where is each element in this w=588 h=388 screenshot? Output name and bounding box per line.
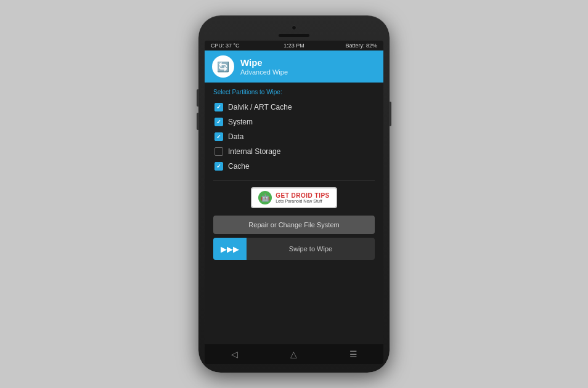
watermark-subtitle: Lets Paranoid New Stuff	[276, 199, 330, 203]
battery-status: Battery: 82%	[322, 42, 377, 49]
phone-top-bar	[205, 24, 383, 41]
partition-name-internal-storage: Internal Storage	[228, 147, 280, 156]
partition-item-system[interactable]: System	[213, 115, 375, 129]
status-bar: CPU: 37 °C 1:23 PM Battery: 82%	[205, 41, 383, 51]
power-button	[389, 102, 391, 126]
checkbox-system[interactable]	[214, 118, 223, 126]
partition-list: Dalvik / ART Cache System Data Internal …	[213, 100, 375, 173]
arrow-icons: ▶▶▶	[221, 245, 239, 254]
phone-frame: CPU: 37 °C 1:23 PM Battery: 82% 🔄 Wipe A…	[198, 15, 390, 373]
app-header: 🔄 Wipe Advanced Wipe	[205, 51, 383, 83]
checkbox-internal-storage[interactable]	[214, 147, 223, 156]
watermark-badge: 🤖 GET DROID TIPS Lets Paranoid New Stuff	[251, 187, 337, 208]
phone-screen: CPU: 37 °C 1:23 PM Battery: 82% 🔄 Wipe A…	[205, 41, 383, 364]
app-title: Wipe	[240, 57, 288, 68]
app-header-text: Wipe Advanced Wipe	[240, 57, 288, 76]
checkbox-data[interactable]	[214, 132, 223, 141]
recents-button[interactable]: ☰	[349, 349, 357, 359]
app-subtitle: Advanced Wipe	[240, 68, 288, 76]
repair-button[interactable]: Repair or Change File System	[213, 216, 375, 234]
divider	[213, 180, 375, 181]
volume-down-button	[197, 113, 199, 130]
back-button[interactable]: ◁	[231, 349, 238, 359]
partition-name-cache: Cache	[228, 162, 250, 171]
partition-item-data[interactable]: Data	[213, 130, 375, 143]
buttons-area: Repair or Change File System ▶▶▶ Swipe t…	[213, 216, 375, 260]
partition-name-dalvik: Dalvik / ART Cache	[228, 103, 292, 111]
checkbox-cache[interactable]	[214, 162, 223, 171]
watermark-text: GET DROID TIPS Lets Paranoid New Stuff	[276, 192, 330, 203]
earpiece-speaker	[279, 34, 309, 37]
partition-item-dalvik[interactable]: Dalvik / ART Cache	[213, 100, 375, 114]
partition-name-data: Data	[228, 132, 243, 141]
watermark-area: 🤖 GET DROID TIPS Lets Paranoid New Stuff	[213, 184, 375, 212]
home-button[interactable]: △	[290, 349, 297, 359]
front-camera	[292, 25, 296, 30]
screen-content: Select Partitions to Wipe: Dalvik / ART …	[205, 83, 383, 344]
watermark-title: GET DROID TIPS	[276, 192, 330, 199]
nav-bar: ◁ △ ☰	[205, 344, 383, 364]
app-icon: 🔄	[212, 55, 234, 78]
section-label: Select Partitions to Wipe:	[213, 89, 375, 95]
partition-item-cache[interactable]: Cache	[213, 160, 375, 173]
partition-item-internal-storage[interactable]: Internal Storage	[213, 145, 375, 158]
swipe-arrows-indicator: ▶▶▶	[213, 238, 247, 260]
volume-up-button	[197, 89, 199, 107]
cpu-status: CPU: 37 °C	[211, 42, 266, 49]
checkbox-dalvik[interactable]	[214, 103, 223, 111]
wipe-icon: 🔄	[217, 61, 229, 73]
robot-icon: 🤖	[261, 193, 270, 202]
swipe-label: Swipe to Wipe	[247, 245, 375, 253]
time-status: 1:23 PM	[266, 42, 322, 49]
swipe-to-wipe-button[interactable]: ▶▶▶ Swipe to Wipe	[213, 238, 375, 260]
watermark-logo-icon: 🤖	[258, 191, 272, 204]
partition-name-system: System	[228, 118, 253, 126]
